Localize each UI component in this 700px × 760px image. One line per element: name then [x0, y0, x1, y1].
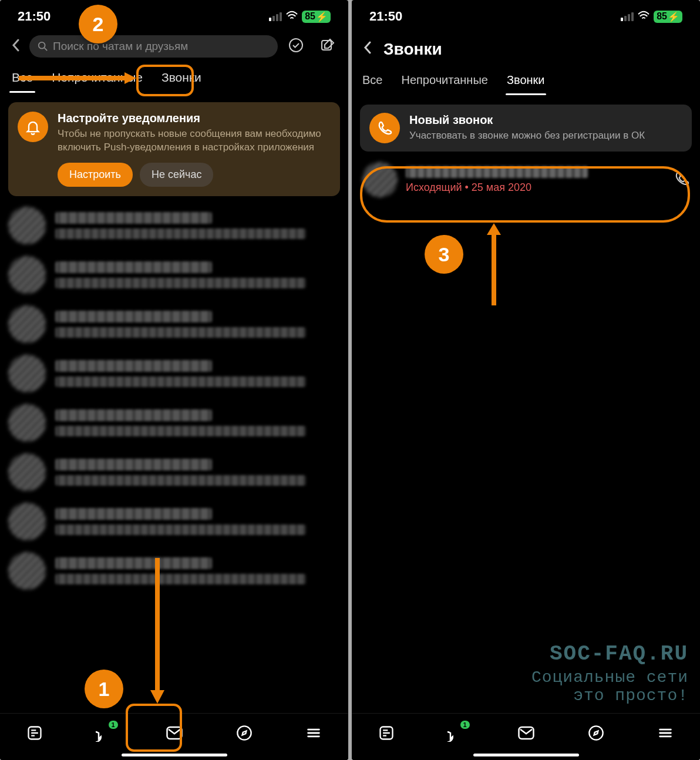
- svg-marker-7: [124, 72, 136, 84]
- status-bar: 21:50 85⚡: [0, 0, 348, 29]
- nav-discussions[interactable]: 1: [90, 718, 119, 750]
- nav-messages[interactable]: [160, 718, 189, 750]
- phone-right: 21:50 85⚡ Звонки Все Непрочитанные Звонк…: [352, 0, 700, 760]
- back-icon[interactable]: [359, 38, 376, 60]
- list-item[interactable]: [0, 349, 348, 398]
- annotation-badge-3: 3: [425, 235, 463, 274]
- watermark-line2: Социальные сети: [531, 668, 688, 687]
- nav-feed[interactable]: [21, 719, 49, 749]
- list-item[interactable]: [0, 300, 348, 349]
- new-call-title: Новый звонок: [409, 113, 682, 127]
- svg-point-0: [39, 42, 45, 49]
- list-item[interactable]: [0, 497, 348, 546]
- not-now-button[interactable]: Не сейчас: [140, 163, 213, 187]
- avatar: [8, 305, 46, 343]
- chats-header: Поиск по чатам и друзьям: [0, 29, 348, 63]
- bottom-nav: 1: [0, 713, 348, 760]
- avatar: [362, 162, 398, 197]
- avatar: [8, 256, 46, 294]
- avatar: [8, 453, 46, 491]
- phone-left: 21:50 85⚡ Поиск по чатам и друзьям: [0, 0, 348, 760]
- tab-unread[interactable]: Непрочитанные: [400, 69, 489, 95]
- tab-calls[interactable]: Звонки: [506, 69, 546, 95]
- annotation-arrow-1: [146, 558, 169, 705]
- annotation-badge-1: 1: [85, 670, 123, 708]
- watermark-url: SOC-FAQ.RU: [531, 642, 688, 666]
- signal-icon: [621, 12, 634, 21]
- battery-badge: 85⚡: [654, 11, 682, 23]
- list-item[interactable]: [0, 448, 348, 497]
- status-bar: 21:50 85⚡: [352, 0, 700, 29]
- svg-point-1: [290, 39, 302, 52]
- configure-button[interactable]: Настроить: [58, 163, 133, 187]
- list-item[interactable]: [0, 398, 348, 448]
- nav-explore[interactable]: [582, 719, 610, 749]
- avatar: [8, 207, 46, 244]
- call-button[interactable]: [674, 171, 689, 189]
- call-meta: Исходящий • 25 мая 2020: [406, 181, 666, 194]
- nav-badge: 1: [460, 721, 470, 729]
- wifi-icon: [637, 10, 650, 23]
- svg-marker-14: [487, 223, 501, 235]
- search-input[interactable]: Поиск по чатам и друзьям: [29, 35, 278, 58]
- calls-header: Звонки: [352, 29, 700, 64]
- nav-menu[interactable]: [651, 719, 679, 749]
- annotation-badge-2: 2: [79, 5, 117, 43]
- notif-title: Настройте уведомления: [58, 112, 331, 125]
- page-title: Звонки: [383, 40, 442, 59]
- nav-explore[interactable]: [230, 719, 258, 749]
- nav-badge: 1: [109, 721, 118, 729]
- list-item[interactable]: [0, 546, 348, 596]
- svg-point-12: [590, 726, 603, 739]
- svg-point-5: [238, 726, 251, 739]
- nav-feed[interactable]: [372, 719, 401, 749]
- watermark-line3: это просто!: [531, 687, 688, 705]
- status-time: 21:50: [18, 9, 51, 24]
- status-time: 21:50: [369, 9, 402, 24]
- annotation-arrow-3: [482, 223, 506, 305]
- battery-badge: 85⚡: [302, 11, 331, 23]
- bell-icon: [18, 112, 48, 142]
- avatar: [8, 355, 46, 392]
- filter-tabs: Все Непрочитанные Звонки: [352, 64, 700, 95]
- phone-icon: [369, 113, 400, 143]
- check-circle-icon[interactable]: [282, 34, 309, 59]
- tab-all[interactable]: Все: [361, 69, 383, 95]
- compose-icon[interactable]: [314, 34, 341, 59]
- avatar: [8, 503, 46, 540]
- wifi-icon: [285, 10, 298, 23]
- back-icon[interactable]: [7, 35, 25, 58]
- watermark: SOC-FAQ.RU Социальные сети это просто!: [531, 642, 688, 705]
- search-placeholder: Поиск по чатам и друзьям: [53, 40, 188, 53]
- avatar: [8, 404, 46, 442]
- new-call-body: Участвовать в звонке можно без регистрац…: [409, 129, 682, 143]
- avatar: [8, 552, 46, 590]
- svg-marker-9: [150, 690, 164, 704]
- nav-messages[interactable]: [511, 718, 541, 750]
- home-indicator: [122, 754, 227, 756]
- list-item[interactable]: [0, 250, 348, 300]
- nav-discussions[interactable]: 1: [442, 718, 471, 750]
- bottom-nav: 1: [352, 713, 700, 760]
- call-entry[interactable]: Исходящий • 25 мая 2020: [352, 155, 700, 204]
- notif-body: Чтобы не пропускать новые сообщения вам …: [58, 127, 331, 154]
- call-contact-name: [406, 166, 588, 178]
- list-item[interactable]: [0, 201, 348, 250]
- annotation-arrow-2: [19, 69, 136, 87]
- tab-calls[interactable]: Звонки: [159, 66, 204, 93]
- signal-icon: [269, 12, 282, 21]
- new-call-card[interactable]: Новый звонок Участвовать в звонке можно …: [360, 105, 692, 152]
- notifications-card: Настройте уведомления Чтобы не пропускат…: [8, 102, 340, 196]
- home-indicator: [473, 754, 579, 756]
- call-list: Исходящий • 25 мая 2020: [352, 152, 700, 208]
- nav-menu[interactable]: [299, 719, 328, 749]
- chat-list: [0, 196, 348, 654]
